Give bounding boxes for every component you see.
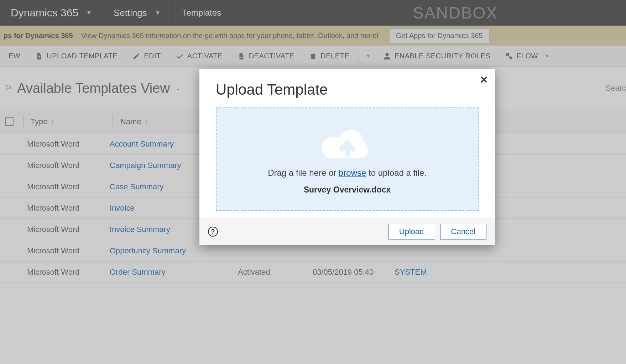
upload-button[interactable]: Upload [388, 224, 435, 239]
dialog-footer: ? Upload Cancel [199, 218, 495, 245]
drop-post: to upload a file. [366, 168, 426, 178]
drop-pre: Drag a file here or [268, 168, 339, 178]
dialog-title: Upload Template [216, 81, 479, 98]
cancel-button[interactable]: Cancel [440, 224, 486, 239]
selected-file-name: Survey Overview.docx [304, 185, 391, 195]
upload-template-dialog: ✕ Upload Template Drag a file here or br… [199, 69, 495, 245]
cloud-upload-icon [317, 124, 377, 163]
drop-instruction: Drag a file here or browse to upload a f… [268, 168, 427, 178]
close-icon[interactable]: ✕ [480, 74, 488, 86]
file-drop-zone[interactable]: Drag a file here or browse to upload a f… [216, 107, 479, 211]
browse-link[interactable]: browse [339, 168, 366, 178]
help-icon[interactable]: ? [208, 227, 218, 237]
